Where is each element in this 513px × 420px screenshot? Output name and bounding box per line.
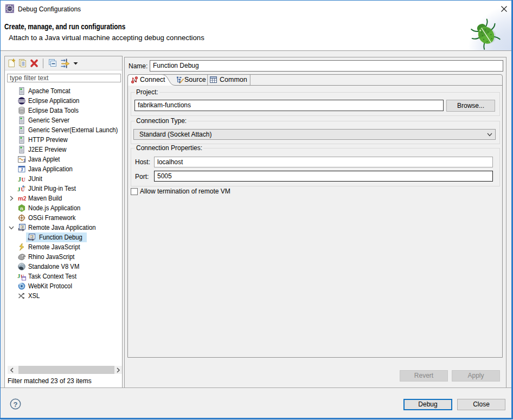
svg-text:?: ? bbox=[14, 400, 18, 409]
